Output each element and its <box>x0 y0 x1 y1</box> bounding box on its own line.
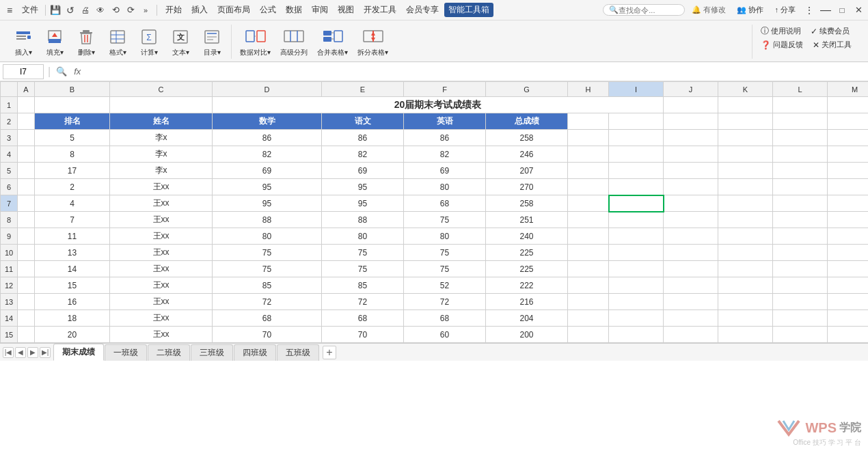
undo2-icon[interactable]: ⟲ <box>109 3 122 17</box>
grid-scroll[interactable]: A B C D E F G H I J K L M N 1 <box>0 81 868 343</box>
close-tool-btn[interactable]: ✕ 关闭工具 <box>810 39 854 51</box>
col-F[interactable]: F <box>404 82 486 97</box>
tab-class5[interactable]: 五班级 <box>277 344 319 361</box>
ribbon-compare-btn[interactable]: 数据对比▾ <box>236 25 275 59</box>
ribbon-delete-btn[interactable]: 删除▾ <box>71 25 101 59</box>
row-6-header[interactable]: 6 <box>1 179 18 195</box>
cell-F2[interactable]: 英语 <box>404 113 486 130</box>
cell-reference[interactable]: I7 <box>3 64 44 79</box>
has-changes[interactable]: 🔔 有修改 <box>688 3 730 16</box>
col-G[interactable]: G <box>486 82 568 97</box>
cell-D1[interactable]: 20届期末考试成绩表 <box>213 97 664 113</box>
more-options-icon[interactable]: ⋮ <box>802 3 816 17</box>
col-J[interactable]: J <box>664 82 718 97</box>
cell-A1[interactable] <box>18 97 35 113</box>
ribbon-split-btn[interactable]: 拆分表格▾ <box>353 25 392 59</box>
col-C[interactable]: C <box>110 82 213 97</box>
save-icon[interactable]: 💾 <box>49 3 62 17</box>
ribbon-merge-btn[interactable]: 合并表格▾ <box>313 25 352 59</box>
cell-L1[interactable] <box>773 97 828 113</box>
cell-C2[interactable]: 姓名 <box>110 113 213 130</box>
row-9-header[interactable]: 9 <box>1 228 18 245</box>
menu-file[interactable]: 文件 <box>18 3 42 17</box>
print-icon[interactable]: 🖨 <box>79 3 92 17</box>
tab-last-btn[interactable]: ▶| <box>40 347 51 358</box>
ribbon-text-btn[interactable]: 文 文本▾ <box>165 25 195 59</box>
cell-D2[interactable]: 数学 <box>213 113 322 130</box>
row-12-header[interactable]: 12 <box>1 277 18 294</box>
tab-final-grades[interactable]: 期末成绩 <box>53 344 104 361</box>
menu-data[interactable]: 数据 <box>282 3 306 17</box>
cell-A2[interactable] <box>18 113 35 130</box>
redo-icon[interactable]: ⟳ <box>124 3 137 17</box>
add-sheet-btn[interactable]: + <box>323 346 336 359</box>
row-2-header[interactable]: 2 <box>1 113 18 130</box>
ribbon-calc-btn[interactable]: Σ 计算▾ <box>134 25 164 59</box>
cell-B2[interactable]: 排名 <box>35 113 110 130</box>
cell-J1[interactable] <box>664 97 718 113</box>
row-1-header[interactable]: 1 <box>1 97 18 113</box>
menu-smart[interactable]: 智能工具箱 <box>444 3 493 17</box>
col-M[interactable]: M <box>828 82 869 97</box>
share[interactable]: ↑ 分享 <box>770 3 800 16</box>
cell-I2[interactable] <box>609 113 664 130</box>
cell-M2[interactable] <box>828 113 869 130</box>
ribbon-fill-btn[interactable]: 填充▾ <box>40 25 70 59</box>
menu-layout[interactable]: 页面布局 <box>213 3 254 17</box>
cell-K1[interactable] <box>718 97 773 113</box>
selected-cell-I7[interactable] <box>609 195 664 212</box>
row-14-header[interactable]: 14 <box>1 310 18 327</box>
row-7-header[interactable]: 7 <box>1 195 18 212</box>
row-3-header[interactable]: 3 <box>1 130 18 146</box>
tab-prev-btn[interactable]: ◀ <box>15 347 26 358</box>
row-11-header[interactable]: 11 <box>1 261 18 277</box>
tab-class1[interactable]: 一班级 <box>105 344 147 361</box>
row-8-header[interactable]: 8 <box>1 212 18 228</box>
cell-G2[interactable]: 总成绩 <box>486 113 568 130</box>
col-B[interactable]: B <box>35 82 110 97</box>
tab-class4[interactable]: 四班级 <box>234 344 276 361</box>
cell-C1[interactable] <box>110 97 213 113</box>
row-13-header[interactable]: 13 <box>1 294 18 310</box>
cell-H2[interactable] <box>568 113 609 130</box>
close-icon[interactable]: ✕ <box>852 3 865 17</box>
col-D[interactable]: D <box>213 82 322 97</box>
hamburger-icon[interactable]: ≡ <box>3 3 16 17</box>
cell-B1[interactable] <box>35 97 110 113</box>
tab-class3[interactable]: 三班级 <box>191 344 233 361</box>
search-bar[interactable]: 🔍 <box>603 4 685 16</box>
ribbon-insert-btn[interactable]: 插入▾ <box>8 25 38 59</box>
row-4-header[interactable]: 4 <box>1 146 18 163</box>
collaborate[interactable]: 👥 协作 <box>733 3 768 16</box>
cell-K2[interactable] <box>718 113 773 130</box>
menu-formula[interactable]: 公式 <box>256 3 280 17</box>
renew-btn[interactable]: ✓ 续费会员 <box>808 25 852 37</box>
row-5-header[interactable]: 5 <box>1 163 18 179</box>
tab-first-btn[interactable]: |◀ <box>3 347 14 358</box>
col-H[interactable]: H <box>568 82 609 97</box>
menu-vip[interactable]: 会员专享 <box>402 3 443 17</box>
ribbon-toc-btn[interactable]: 目录▾ <box>197 25 227 59</box>
menu-dev[interactable]: 开发工具 <box>360 3 401 17</box>
menu-start[interactable]: 开始 <box>161 3 186 17</box>
ribbon-format-btn[interactable]: 格式▾ <box>103 25 133 59</box>
more-icon[interactable]: » <box>139 3 152 17</box>
maximize-icon[interactable]: □ <box>835 3 849 17</box>
ribbon-splitcol-btn[interactable]: 高级分列 <box>276 25 312 59</box>
preview-icon[interactable]: 👁 <box>94 3 107 17</box>
row-10-header[interactable]: 10 <box>1 245 18 261</box>
cell-M1[interactable] <box>828 97 869 113</box>
cell-L2[interactable] <box>773 113 828 130</box>
usage-btn[interactable]: ⓘ 使用说明 <box>758 25 804 38</box>
col-A[interactable]: A <box>18 82 35 97</box>
tab-class2[interactable]: 二班级 <box>148 344 190 361</box>
zoom-icon[interactable]: 🔍 <box>55 65 68 79</box>
col-E[interactable]: E <box>322 82 404 97</box>
col-K[interactable]: K <box>718 82 773 97</box>
undo-icon[interactable]: ↺ <box>64 3 77 17</box>
menu-review[interactable]: 审阅 <box>308 3 332 17</box>
col-I[interactable]: I <box>609 82 664 97</box>
formula-input[interactable] <box>86 64 865 79</box>
cell-J2[interactable] <box>664 113 718 130</box>
menu-insert[interactable]: 插入 <box>187 3 212 17</box>
